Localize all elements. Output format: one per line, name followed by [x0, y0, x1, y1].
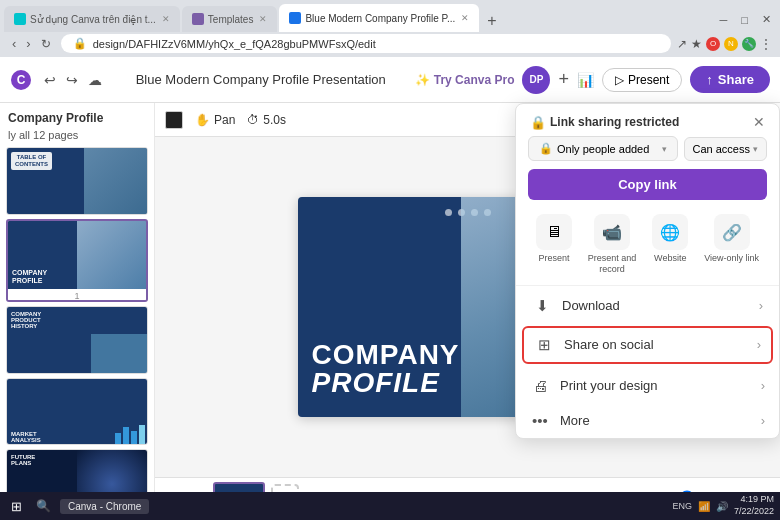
topbar-title: Blue Modern Company Profile Presentation — [114, 72, 407, 87]
menu-item-download[interactable]: ⬇ Download › — [516, 286, 779, 326]
color-swatch-tool[interactable] — [165, 111, 183, 129]
menu-item-print[interactable]: 🖨 Print your design › — [516, 368, 779, 403]
bookmark-icon: ★ — [691, 37, 702, 51]
slide-thumb-4[interactable]: MARKETANALYSIS — [6, 378, 148, 446]
taskbar-chrome[interactable]: Canva - Chrome — [60, 499, 149, 514]
address-bar[interactable]: 🔒 design/DAFHIZzV6MM/yhQx_e_fQA28gbuPMWF… — [61, 34, 671, 53]
slide-number-1: 1 — [8, 289, 146, 302]
undo-button[interactable]: ↩ — [40, 68, 60, 92]
access-people-select[interactable]: 🔒 Only people added ▾ — [528, 136, 678, 161]
access-type-select[interactable]: Can access ▾ — [684, 137, 767, 161]
taskbar: ⊞ 🔍 Canva - Chrome ENG 📶 🔊 4:19 PM 7/22/… — [0, 492, 780, 520]
cloud-save[interactable]: ☁ — [84, 68, 106, 92]
tab-close3[interactable]: ✕ — [461, 13, 469, 23]
reload-button[interactable]: ↻ — [37, 34, 55, 53]
pan-tool[interactable]: ✋ Pan — [195, 113, 235, 127]
taskbar-clock: 4:19 PM 7/22/2022 — [734, 494, 774, 517]
lock-icon: 🔒 — [73, 37, 87, 50]
panel-actions-row: 🖥 Present 📹 Present andrecord 🌐 Website … — [516, 210, 779, 286]
chevron-down2-icon: ▾ — [753, 144, 758, 154]
url-text: design/DAFHIZzV6MM/yhQx_e_fQA28gbuPMWFsx… — [93, 38, 376, 50]
more-icon: ••• — [530, 412, 550, 429]
redo-button[interactable]: ↪ — [62, 68, 82, 92]
present-button[interactable]: ▷ Present — [602, 68, 682, 92]
apply-all-text[interactable]: ly all 12 pages — [0, 127, 154, 147]
sidebar-title: Company Profile — [8, 111, 146, 125]
print-icon: 🖨 — [530, 377, 550, 394]
forward-button[interactable]: › — [22, 34, 34, 53]
try-canva-pro-button[interactable]: ✨ Try Canva Pro — [415, 73, 514, 87]
panel-close-button[interactable]: ✕ — [753, 114, 765, 130]
tab-canva[interactable]: Sử dụng Canva trên điện t... ✕ — [4, 6, 180, 32]
menu-item-more[interactable]: ••• More › — [516, 403, 779, 438]
address-bar-row: ‹ › ↻ 🔒 design/DAFHIZzV6MM/yhQx_e_fQA28g… — [0, 32, 780, 57]
back-button[interactable]: ‹ — [8, 34, 20, 53]
website-action-icon: 🌐 — [652, 214, 688, 250]
download-chevron-icon: › — [759, 298, 763, 313]
add-button[interactable]: + — [558, 69, 569, 90]
taskbar-lang: ENG — [672, 501, 692, 511]
app-topbar: C ↩ ↪ ☁ Blue Modern Company Profile Pres… — [0, 57, 780, 103]
action-record[interactable]: 📹 Present andrecord — [588, 214, 637, 275]
chevron-down-icon: ▾ — [662, 144, 667, 154]
minimize-button[interactable]: ─ — [715, 12, 733, 28]
panel-lock-icon: 🔒 — [530, 115, 546, 130]
maximize-button[interactable]: □ — [736, 12, 753, 28]
copy-link-button[interactable]: Copy link — [528, 169, 767, 200]
access-lock-icon: 🔒 — [539, 142, 553, 155]
viewonly-action-icon: 🔗 — [714, 214, 750, 250]
record-action-icon: 📹 — [594, 214, 630, 250]
action-view-only[interactable]: 🔗 View-only link — [704, 214, 759, 275]
slide-thumb-1[interactable]: TABLE OFCONTENTS — [6, 147, 148, 215]
present-action-icon: 🖥 — [536, 214, 572, 250]
clock-icon: ⏱ — [247, 113, 259, 127]
taskbar-wifi-icon: 📶 — [698, 501, 710, 512]
undo-redo-group: ↩ ↪ ☁ — [40, 68, 106, 92]
chart-button[interactable]: 📊 — [577, 72, 594, 88]
logo: C — [10, 69, 32, 91]
slide-content-text: COMPANY PROFILE — [312, 341, 460, 397]
sidebar-header: Company Profile — [0, 103, 154, 127]
slide-thumb-2[interactable]: COMPANYPROFILE 1 — [6, 219, 148, 302]
taskbar-volume-icon: 🔊 — [716, 501, 728, 512]
main-area: Company Profile ly all 12 pages TABLE OF… — [0, 103, 780, 517]
print-chevron-icon: › — [761, 378, 765, 393]
pan-icon: ✋ — [195, 113, 210, 127]
browser-chrome: Sử dụng Canva trên điện t... ✕ Templates… — [0, 0, 780, 32]
present-icon: ▷ — [615, 73, 624, 87]
duration-tool[interactable]: ⏱ 5.0s — [247, 113, 286, 127]
more-chevron-icon: › — [761, 413, 765, 428]
panel-header: 🔒 Link sharing restricted ✕ — [516, 104, 779, 136]
taskbar-search[interactable]: 🔍 — [31, 497, 56, 515]
tab-active[interactable]: Blue Modern Company Profile P... ✕ — [279, 4, 479, 32]
share-dropdown-panel: 🔒 Link sharing restricted ✕ 🔒 Only peopl… — [515, 103, 780, 439]
slide-thumb-3[interactable]: COMPANYPRODUCTHISTORY — [6, 306, 148, 374]
start-button[interactable]: ⊞ — [6, 497, 27, 516]
share-arrow-icon: ↑ — [706, 72, 713, 87]
download-icon: ⬇ — [532, 297, 552, 315]
share-main-button[interactable]: ↑ Share — [690, 66, 770, 93]
close-button[interactable]: ✕ — [757, 11, 776, 28]
new-tab-button[interactable]: + — [481, 12, 502, 30]
slide-list: TABLE OFCONTENTS COMPANYPROFILE 1 COMPAN… — [0, 147, 154, 517]
share-icon: ↗ — [677, 37, 687, 51]
panel-title: Link sharing restricted — [550, 115, 753, 129]
menu-item-share-social[interactable]: ⊞ Share on social › — [522, 326, 773, 364]
action-website[interactable]: 🌐 Website — [652, 214, 688, 275]
action-present[interactable]: 🖥 Present — [536, 214, 572, 275]
tab-close2[interactable]: ✕ — [259, 14, 267, 24]
access-row: 🔒 Only people added ▾ Can access ▾ — [516, 136, 779, 169]
tab-close[interactable]: ✕ — [162, 14, 170, 24]
tab-templates[interactable]: Templates ✕ — [182, 6, 278, 32]
share-social-icon: ⊞ — [534, 336, 554, 354]
svg-text:C: C — [17, 73, 26, 87]
taskbar-system-tray: ENG 📶 🔊 4:19 PM 7/22/2022 — [672, 494, 774, 517]
avatar-dp: DP — [522, 66, 550, 94]
sidebar: Company Profile ly all 12 pages TABLE OF… — [0, 103, 155, 517]
share-social-chevron-icon: › — [757, 337, 761, 352]
